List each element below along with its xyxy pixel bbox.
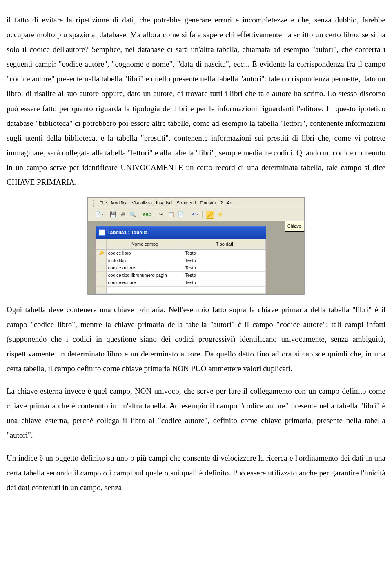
- row-selector[interactable]: [96, 257, 107, 264]
- menubar: File Modifica Visualizza Inserisci Strum…: [88, 198, 304, 209]
- access-table-designer-screenshot: File Modifica Visualizza Inserisci Strum…: [87, 197, 305, 295]
- row-selector[interactable]: [96, 279, 107, 286]
- print-icon[interactable]: 🖶: [119, 211, 127, 218]
- data-type-cell[interactable]: Testo: [183, 264, 266, 271]
- spellcheck-icon[interactable]: ABC: [143, 211, 151, 218]
- paragraph-1: il fatto di evitare la ripetizione di da…: [7, 13, 385, 190]
- table-row[interactable]: titolo libro Testo: [96, 257, 266, 264]
- table-row[interactable]: codice editore Testo: [96, 279, 266, 287]
- toolbar: 📄 💾 🖶 🔍 ABC ✂ 📋 📄 ↶ 🔑 ⚡: [88, 209, 304, 221]
- print-preview-icon[interactable]: 🔍: [129, 211, 136, 218]
- row-selector[interactable]: [96, 287, 107, 293]
- cut-icon[interactable]: ✂: [158, 211, 165, 218]
- data-type-cell[interactable]: Testo: [183, 250, 266, 257]
- table-row[interactable]: [96, 287, 266, 294]
- titlebar[interactable]: Tabella1 : Tabella: [96, 226, 266, 239]
- row-selector[interactable]: [96, 272, 107, 279]
- menu-edit[interactable]: Modifica: [111, 199, 128, 207]
- field-name-cell[interactable]: codice editore: [107, 279, 184, 286]
- paragraph-3: La chiave esterna invece è quel campo, N…: [7, 384, 385, 443]
- table-design-window: Tabella1 : Tabella Nome campo Tipo dati …: [96, 226, 266, 294]
- field-name-cell[interactable]: codice libro: [107, 250, 184, 257]
- data-type-cell[interactable]: Testo: [183, 279, 266, 286]
- row-selector[interactable]: 🔑▸: [96, 250, 107, 257]
- data-type-cell[interactable]: Testo: [183, 272, 266, 279]
- field-name-header: Nome campo: [107, 239, 184, 249]
- menubar-grip: [93, 199, 95, 207]
- data-type-cell[interactable]: Testo: [183, 257, 266, 264]
- menu-tools[interactable]: Strumenti: [176, 199, 196, 207]
- field-name-cell[interactable]: [107, 287, 184, 293]
- save-icon[interactable]: 💾: [109, 211, 117, 218]
- menu-insert[interactable]: Inserisci: [156, 199, 172, 207]
- menu-file[interactable]: File: [100, 199, 107, 207]
- table-row[interactable]: 🔑▸ codice libro Testo: [96, 250, 266, 257]
- grid-body: 🔑▸ codice libro Testo titolo libro Testo…: [96, 250, 266, 294]
- primary-key-icon[interactable]: 🔑: [206, 211, 214, 219]
- data-type-header: Tipo dati: [183, 239, 266, 249]
- menu-window[interactable]: Finestra: [200, 199, 216, 207]
- window-title: Tabella1 : Tabella: [107, 228, 147, 237]
- data-type-cell[interactable]: [183, 287, 266, 293]
- row-selector[interactable]: [96, 264, 107, 271]
- mdi-workspace: Chiave Tabella1 : Tabella Nome campo Tip…: [88, 221, 304, 294]
- field-name-cell[interactable]: codice tipo libronumero pagin: [107, 272, 184, 279]
- table-row[interactable]: codice tipo libronumero pagin Testo: [96, 272, 266, 279]
- row-selector-header: [96, 239, 107, 249]
- view-mode-icon[interactable]: 📄: [95, 211, 102, 218]
- menu-truncated[interactable]: Ad: [227, 199, 232, 207]
- menu-view[interactable]: Visualizza: [132, 199, 152, 207]
- tooltip-chiave: Chiave: [285, 221, 304, 232]
- primary-key-indicator-icon: 🔑▸: [99, 251, 104, 257]
- paste-icon[interactable]: 📄: [177, 211, 185, 218]
- copy-icon[interactable]: 📋: [167, 211, 175, 218]
- field-name-cell[interactable]: titolo libro: [107, 257, 184, 264]
- table-icon: [99, 229, 105, 236]
- grid-header-row: Nome campo Tipo dati: [96, 239, 266, 250]
- table-row[interactable]: codice autore Testo: [96, 264, 266, 272]
- field-name-cell[interactable]: codice autore: [107, 264, 184, 271]
- menu-help[interactable]: ?: [220, 199, 223, 207]
- paragraph-2: Ogni tabella deve contenere una chiave p…: [7, 302, 385, 376]
- undo-icon[interactable]: ↶: [192, 211, 199, 218]
- paragraph-4: Un indice è un oggetto definito su uno o…: [7, 451, 385, 495]
- indexes-icon[interactable]: ⚡: [216, 211, 224, 218]
